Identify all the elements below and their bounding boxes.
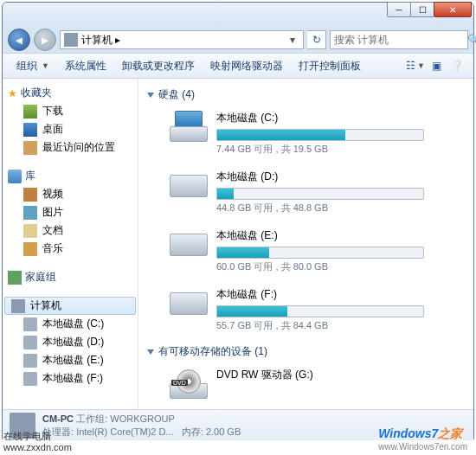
usage-fill: [217, 130, 345, 140]
explorer-window: ─ ☐ ✕ ◄ ► 计算机 ▸ ▾ ↻ 🔍 组织▼ 系统属性 卸载或更改程序 映…: [2, 2, 474, 439]
video-icon: [23, 188, 37, 202]
homegroup-icon: [8, 271, 22, 285]
back-button[interactable]: ◄: [8, 29, 30, 51]
sidebar-item-desktop[interactable]: 桌面: [4, 120, 136, 138]
drive-dvd[interactable]: DVD DVD RW 驱动器 (G:): [147, 362, 465, 407]
drive-icon: [23, 354, 37, 368]
drive-label: DVD RW 驱动器 (G:): [216, 368, 424, 384]
sidebar-item-videos[interactable]: 视频: [4, 185, 136, 203]
toolbar: 组织▼ 系统属性 卸载或更改程序 映射网络驱动器 打开控制面板 ☷▼ ▣ ❔: [3, 53, 473, 79]
collapse-icon: [147, 93, 154, 98]
search-icon: 🔍: [467, 34, 476, 46]
drive-label: 本地磁盘 (F:): [216, 287, 424, 304]
workgroup-value: WORKGROUP: [110, 413, 175, 424]
drive-stats: 55.7 GB 可用 , 共 84.4 GB: [216, 319, 424, 332]
watermark-right: Windows7之家 www.Windows7en.com: [378, 426, 467, 452]
uninstall-programs-button[interactable]: 卸载或更改程序: [115, 56, 202, 76]
search-input[interactable]: [334, 34, 464, 46]
sidebar-item-downloads[interactable]: 下载: [4, 102, 136, 120]
hdd-icon: [170, 170, 208, 201]
sidebar-item-music[interactable]: 音乐: [4, 240, 136, 258]
usage-bar: [216, 305, 424, 317]
drive-stats: 44.8 GB 可用 , 共 48.8 GB: [216, 202, 424, 215]
drive-stats: 60.0 GB 可用 , 共 80.0 GB: [216, 260, 424, 273]
search-box[interactable]: 🔍: [330, 30, 468, 49]
minimize-button[interactable]: ─: [387, 2, 411, 17]
sidebar-item-computer[interactable]: 计算机: [4, 297, 136, 315]
libraries-header[interactable]: 库: [4, 167, 136, 185]
sidebar-item-drive-d[interactable]: 本地磁盘 (D:): [4, 333, 136, 351]
picture-icon: [23, 206, 37, 220]
drive-icon: [23, 336, 37, 349]
titlebar: ─ ☐ ✕: [3, 3, 473, 27]
star-icon: ★: [8, 87, 17, 99]
usage-fill: [217, 306, 287, 317]
download-icon: [23, 105, 37, 119]
open-control-panel-button[interactable]: 打开控制面板: [292, 56, 368, 76]
computer-icon: [64, 33, 78, 47]
hdd-icon: [170, 287, 208, 318]
document-icon: [23, 224, 37, 238]
drive-stats: 7.44 GB 可用 , 共 19.5 GB: [216, 143, 424, 156]
organize-menu[interactable]: 组织▼: [10, 56, 56, 76]
forward-button[interactable]: ►: [34, 29, 56, 51]
library-icon: [8, 170, 22, 183]
sidebar-item-drive-f[interactable]: 本地磁盘 (F:): [4, 369, 136, 388]
computer-icon: [11, 299, 25, 313]
address-dropdown-icon[interactable]: ▾: [286, 34, 299, 46]
address-path: 计算机 ▸: [81, 33, 282, 48]
dvd-drive-icon: DVD: [170, 368, 208, 399]
usage-bar: [216, 129, 424, 141]
preview-pane-icon[interactable]: ▣: [427, 56, 446, 75]
memory-value: 2.00 GB: [206, 426, 241, 437]
help-icon[interactable]: ❔: [447, 56, 466, 75]
favorites-header[interactable]: ★收藏夹: [4, 84, 136, 102]
harddrives-group-header[interactable]: 硬盘 (4): [147, 84, 465, 106]
drive-icon: [23, 317, 37, 331]
music-icon: [23, 242, 37, 256]
computer-name: CM-PC: [42, 413, 74, 424]
sidebar-item-recent[interactable]: 最近访问的位置: [4, 138, 136, 157]
sidebar-item-drive-c[interactable]: 本地磁盘 (C:): [4, 315, 136, 333]
close-button[interactable]: ✕: [434, 2, 472, 17]
main-pane: 硬盘 (4) 本地磁盘 (C:) 7.44 GB 可用 , 共 19.5 GB …: [138, 79, 473, 409]
hdd-icon: [170, 228, 208, 260]
usage-bar: [216, 247, 424, 259]
usage-fill: [217, 247, 269, 258]
view-menu-icon[interactable]: ☷▼: [406, 56, 425, 75]
desktop-icon: [23, 123, 37, 137]
refresh-button[interactable]: ↻: [307, 30, 326, 49]
recent-icon: [23, 141, 37, 155]
address-bar-row: ◄ ► 计算机 ▸ ▾ ↻ 🔍: [3, 27, 473, 53]
drive-label: 本地磁盘 (D:): [216, 170, 424, 186]
map-network-drive-button[interactable]: 映射网络驱动器: [203, 56, 290, 76]
usage-fill: [217, 189, 234, 199]
drive-icon: [23, 372, 37, 386]
drive-c[interactable]: 本地磁盘 (C:) 7.44 GB 可用 , 共 19.5 GB: [147, 106, 465, 164]
navigation-pane: ★收藏夹 下载 桌面 最近访问的位置 库 视频 图片 文档 音乐 家庭组 计算机…: [3, 79, 138, 409]
system-drive-icon: [170, 111, 208, 142]
drive-d[interactable]: 本地磁盘 (D:) 44.8 GB 可用 , 共 48.8 GB: [147, 164, 465, 223]
watermark-left: 在线学电脑www.zxxdn.com: [3, 431, 72, 453]
system-properties-button[interactable]: 系统属性: [58, 56, 113, 76]
drive-f[interactable]: 本地磁盘 (F:) 55.7 GB 可用 , 共 84.4 GB: [147, 282, 465, 341]
address-bar[interactable]: 计算机 ▸ ▾: [60, 30, 304, 49]
homegroup-header[interactable]: 家庭组: [4, 268, 136, 286]
sidebar-item-drive-e[interactable]: 本地磁盘 (E:): [4, 351, 136, 369]
drive-e[interactable]: 本地磁盘 (E:) 60.0 GB 可用 , 共 80.0 GB: [147, 223, 465, 282]
removable-group-header[interactable]: 有可移动存储的设备 (1): [147, 341, 465, 362]
maximize-button[interactable]: ☐: [410, 2, 434, 17]
usage-bar: [216, 188, 424, 200]
sidebar-item-documents[interactable]: 文档: [4, 221, 136, 240]
cpu-value: Intel(R) Core(TM)2 D...: [76, 426, 173, 437]
collapse-icon: [147, 349, 154, 355]
drive-label: 本地磁盘 (C:): [216, 111, 424, 127]
drive-label: 本地磁盘 (E:): [216, 228, 424, 245]
sidebar-item-pictures[interactable]: 图片: [4, 203, 136, 221]
